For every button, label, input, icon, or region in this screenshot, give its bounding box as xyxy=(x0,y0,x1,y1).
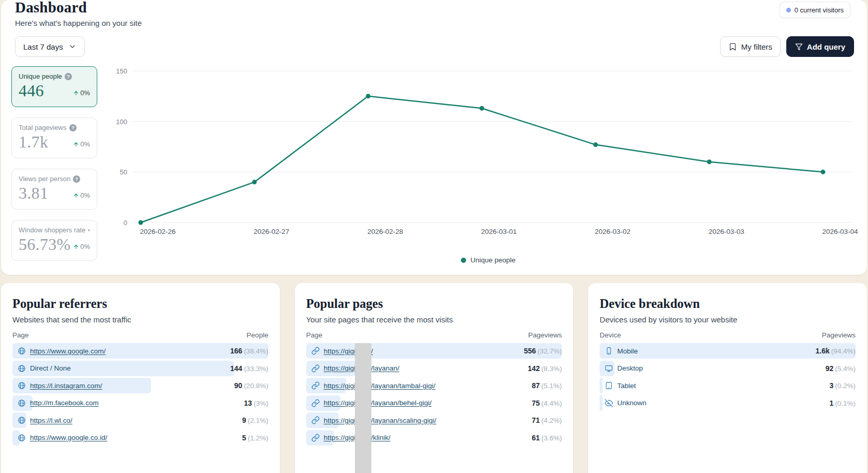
column-header-pageviews: Pageviews xyxy=(528,331,562,339)
table-row: Unknown1(0.1%) xyxy=(600,395,856,411)
globe-icon xyxy=(18,381,26,390)
popular-referrers-card: Popular referrers Websites that send the… xyxy=(1,283,280,473)
globe-icon xyxy=(18,399,26,407)
link-icon xyxy=(311,434,320,442)
page-link[interactable]: https://gigi/layanan/tambal-gigi/ xyxy=(324,382,436,390)
pages-rows: https://gigi/556(32.7%)https://gigi/laya… xyxy=(306,343,562,446)
page-subtitle: Here's what's happening on your site xyxy=(15,19,142,27)
filter-funnel-icon xyxy=(795,43,803,51)
stat-delta: 0% xyxy=(73,191,90,203)
globe-icon xyxy=(18,434,26,442)
stat-value: 446 xyxy=(19,81,44,100)
row-value: 5(1.2%) xyxy=(238,434,268,442)
table-row: https://l.wl.co/9(2.1%) xyxy=(12,412,268,428)
link-icon xyxy=(311,347,320,355)
svg-text:?: ? xyxy=(75,176,78,182)
add-query-label: Add query xyxy=(807,42,845,51)
stat-label: Total pageviews xyxy=(19,124,67,131)
arrow-up-icon xyxy=(73,193,79,199)
stat-delta: 0% xyxy=(73,89,90,100)
date-range-label: Last 7 days xyxy=(23,42,63,51)
stat-label: Window shoppers rate xyxy=(19,226,85,234)
table-row: https://gigi/556(32.7%) xyxy=(306,343,562,359)
page-link[interactable]: https://gigi/layanan/behel-gigi/ xyxy=(324,399,432,407)
stat-card-total-pageviews[interactable]: Total pageviews ? 1.7k 0% xyxy=(11,117,97,158)
table-header: Device Pageviews xyxy=(600,331,856,339)
card-title: Device breakdown xyxy=(600,297,856,311)
row-value: 9(2.1%) xyxy=(238,416,268,424)
date-range-dropdown[interactable]: Last 7 days xyxy=(15,36,85,57)
link-icon xyxy=(311,399,320,407)
referrer-link[interactable]: Direct / None xyxy=(30,364,71,372)
legend-label: Unique people xyxy=(470,256,515,264)
svg-text:100: 100 xyxy=(116,118,127,126)
globe-icon xyxy=(18,364,26,373)
devices-rows: Mobile1.6k(94.4%)Desktop92(5.4%)Tablet3(… xyxy=(600,343,856,411)
unique-people-line-chart: 0501001502026-02-262026-02-272026-02-282… xyxy=(116,67,861,241)
add-query-button[interactable]: Add query xyxy=(786,36,854,57)
arrow-up-icon xyxy=(73,90,79,96)
bookmark-icon xyxy=(728,42,737,51)
stat-cards-column: Unique people ? 446 0% Total pageviews ?… xyxy=(11,66,97,261)
table-row: https://gigi/layanan/142(8.3%) xyxy=(306,361,562,376)
stat-card-views-per-person[interactable]: Views per person ? 3.81 0% xyxy=(11,169,97,210)
card-title: Popular pages xyxy=(306,297,562,311)
stat-card-unique-people[interactable]: Unique people ? 446 0% xyxy=(11,66,97,107)
table-row: Desktop92(5.4%) xyxy=(600,361,856,376)
row-value: 71(4.2%) xyxy=(528,416,562,424)
help-icon: ? xyxy=(69,124,77,131)
help-icon: ? xyxy=(88,227,90,234)
page-title: Dashboard xyxy=(15,0,87,18)
device-label[interactable]: Mobile xyxy=(617,347,638,355)
svg-text:50: 50 xyxy=(120,168,127,176)
referrer-link[interactable]: https://www.google.com/ xyxy=(30,347,106,355)
stat-delta: 0% xyxy=(73,243,90,254)
svg-text:2026-02-27: 2026-02-27 xyxy=(253,228,289,235)
svg-text:150: 150 xyxy=(116,67,127,75)
page-link[interactable]: https://gigi/layanan/scaling-gigi/ xyxy=(324,417,437,424)
column-header-people: People xyxy=(247,331,268,339)
svg-text:?: ? xyxy=(71,125,74,130)
my-filters-button[interactable]: My filters xyxy=(720,36,781,57)
referrer-link[interactable]: https://l.wl.co/ xyxy=(30,417,72,424)
column-header-device: Device xyxy=(600,331,621,339)
table-row: https://www.google.com/166(38.4%) xyxy=(12,343,268,359)
stat-value: 56.73% xyxy=(19,234,70,254)
current-visitors-badge: 0 current visitors xyxy=(780,2,850,18)
table-row: https://gigi/klinik/61(3.6%) xyxy=(306,430,562,446)
device-label[interactable]: Tablet xyxy=(617,382,636,390)
referrer-link[interactable]: http://m.facebook.com xyxy=(30,399,99,407)
card-subtitle: Devices used by visitors to your website xyxy=(600,315,856,324)
row-value: 75(4.4%) xyxy=(528,399,562,407)
table-header: Page Pageviews xyxy=(306,331,562,339)
help-icon: ? xyxy=(65,73,72,80)
current-visitors-label: 0 current visitors xyxy=(795,6,844,14)
svg-text:2026-02-26: 2026-02-26 xyxy=(140,228,175,235)
row-value: 556(32.7%) xyxy=(520,347,562,355)
svg-text:2026-02-28: 2026-02-28 xyxy=(367,228,403,235)
link-icon xyxy=(311,381,320,390)
stat-value: 1.7k xyxy=(19,132,48,152)
device-label[interactable]: Unknown xyxy=(617,399,646,407)
table-row: https://gigi/layanan/scaling-gigi/71(4.2… xyxy=(306,412,562,428)
table-row: Tablet3(0.2%) xyxy=(600,378,856,393)
stat-value: 3.81 xyxy=(19,183,48,203)
column-header-page: Page xyxy=(306,331,323,339)
popular-pages-card: Popular pages Your site pages that recei… xyxy=(295,283,574,473)
referrer-link[interactable]: https://l.instagram.com/ xyxy=(30,382,102,390)
svg-text:2026-03-04: 2026-03-04 xyxy=(822,228,858,235)
referrer-link[interactable]: https://www.google.co.id/ xyxy=(30,434,107,441)
svg-text:0: 0 xyxy=(124,219,127,227)
card-subtitle: Websites that send the most traffic xyxy=(12,315,268,324)
table-header: Page People xyxy=(12,331,268,339)
chevron-down-icon xyxy=(68,42,77,51)
legend-dot-icon xyxy=(461,258,466,263)
table-row: Mobile1.6k(94.4%) xyxy=(600,343,856,359)
chart-legend: Unique people xyxy=(116,256,861,264)
row-value: 1(0.1%) xyxy=(825,399,856,407)
row-value: 142(8.3%) xyxy=(523,364,562,373)
redacted-url-overlay xyxy=(355,343,371,473)
stat-card-window-shoppers-rate[interactable]: Window shoppers rate ? 56.73% 0% xyxy=(11,220,97,261)
arrow-up-icon xyxy=(73,244,79,250)
device-label[interactable]: Desktop xyxy=(617,364,643,372)
